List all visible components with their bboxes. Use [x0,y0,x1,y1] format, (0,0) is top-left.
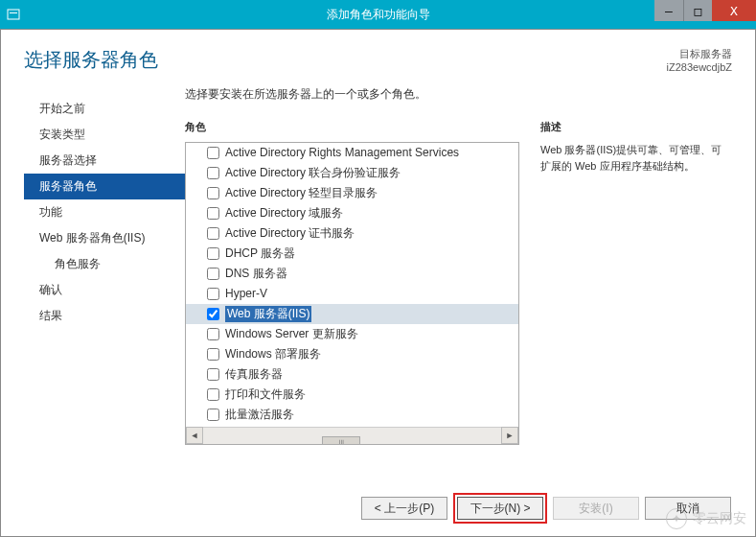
next-button[interactable]: 下一步(N) > [457,497,543,520]
role-label: Active Directory 联合身份验证服务 [225,165,401,181]
window-controls: — □ X [654,0,756,21]
role-checkbox[interactable] [207,247,219,260]
role-checkbox[interactable] [207,409,219,421]
role-checkbox[interactable] [207,348,219,361]
role-row[interactable]: Active Directory 轻型目录服务 [186,183,518,203]
role-label: Windows 部署服务 [225,346,321,362]
window-body: 选择服务器角色 目标服务器 iZ283ewcdjbZ 开始之前安装类型服务器选择… [0,29,756,537]
role-row[interactable]: DNS 服务器 [186,264,518,284]
role-label: 打印和文件服务 [225,386,306,403]
scroll-left-arrow[interactable]: ◄ [186,427,203,444]
role-label: 传真服务器 [225,366,283,383]
content-area: 开始之前安装类型服务器选择服务器角色功能Web 服务器角色(IIS)角色服务确认… [1,84,755,445]
role-label: Hyper-V [225,287,267,300]
nav-item[interactable]: 功能 [24,199,185,225]
roles-column: 角色 Active Directory Rights Management Se… [185,120,519,445]
nav-item[interactable]: 开始之前 [24,96,185,122]
role-row[interactable]: Active Directory 联合身份验证服务 [186,163,518,183]
role-label: Active Directory 域服务 [225,205,343,222]
role-label: DNS 服务器 [225,266,287,282]
role-label: Web 服务器(IIS) [225,306,311,322]
role-row[interactable]: Web 服务器(IIS) [186,304,518,324]
cancel-button[interactable]: 取消 [645,497,731,520]
columns: 角色 Active Directory Rights Management Se… [185,120,732,445]
role-row[interactable]: DHCP 服务器 [186,244,518,264]
role-checkbox[interactable] [207,268,219,280]
target-value: iZ283ewcdjbZ [667,60,732,74]
instruction-text: 选择要安装在所选服务器上的一个或多个角色。 [185,84,732,120]
maximize-button[interactable]: □ [683,0,712,21]
footer-buttons: < 上一步(P) 下一步(N) > 安装(I) 取消 [361,493,731,524]
page-title: 选择服务器角色 [24,47,158,73]
svg-rect-0 [8,10,19,19]
roles-label: 角色 [185,120,519,134]
previous-button[interactable]: < 上一步(P) [361,497,447,520]
role-checkbox[interactable] [207,328,219,340]
nav-item[interactable]: 结果 [24,303,185,329]
role-label: Active Directory Rights Management Servi… [225,146,459,159]
role-label: DHCP 服务器 [225,245,295,262]
role-row[interactable]: 传真服务器 [186,364,518,385]
role-checkbox[interactable] [207,288,219,300]
role-checkbox[interactable] [207,368,219,381]
titlebar[interactable]: 添加角色和功能向导 — □ X [0,0,756,29]
target-label: 目标服务器 [667,47,732,60]
role-checkbox[interactable] [207,388,219,401]
description-label: 描述 [540,120,732,134]
main-panel: 选择要安装在所选服务器上的一个或多个角色。 角色 Active Director… [185,84,732,445]
scroll-right-arrow[interactable]: ► [501,427,518,444]
role-row[interactable]: Active Directory 证书服务 [186,223,518,244]
install-button: 安装(I) [553,497,639,520]
roles-listbox[interactable]: Active Directory Rights Management Servi… [185,142,519,445]
role-row[interactable]: Windows Server 更新服务 [186,324,518,344]
role-checkbox[interactable] [207,147,219,159]
role-label: Active Directory 轻型目录服务 [225,185,378,201]
role-checkbox[interactable] [207,308,219,320]
role-checkbox[interactable] [207,187,219,199]
svg-rect-1 [10,12,17,13]
app-icon [6,7,21,22]
description-column: 描述 Web 服务器(IIS)提供可靠、可管理、可扩展的 Web 应用程序基础结… [540,120,732,445]
role-checkbox[interactable] [207,207,219,220]
horizontal-scrollbar[interactable]: ◄ ► [186,427,518,444]
role-label: Windows Server 更新服务 [225,326,358,342]
role-checkbox[interactable] [207,167,219,179]
next-highlight: 下一步(N) > [453,493,547,524]
role-checkbox[interactable] [207,227,219,240]
close-button[interactable]: X [712,0,756,21]
role-row[interactable]: Active Directory Rights Management Servi… [186,143,518,163]
scroll-thumb[interactable] [322,436,360,445]
description-text: Web 服务器(IIS)提供可靠、可管理、可扩展的 Web 应用程序基础结构。 [540,142,732,175]
role-row[interactable]: Hyper-V [186,284,518,304]
nav-item[interactable]: 服务器角色 [24,174,185,199]
roles-list: Active Directory Rights Management Servi… [186,143,518,427]
nav-item[interactable]: 角色服务 [24,251,185,277]
header-area: 选择服务器角色 目标服务器 iZ283ewcdjbZ [1,30,755,84]
role-row[interactable]: Active Directory 域服务 [186,203,518,223]
role-row[interactable]: 打印和文件服务 [186,385,518,405]
role-row[interactable]: 批量激活服务 [186,405,518,425]
nav-item[interactable]: 服务器选择 [24,148,185,174]
role-label: Active Directory 证书服务 [225,225,355,242]
nav-item[interactable]: 确认 [24,277,185,303]
nav-item[interactable]: Web 服务器角色(IIS) [24,225,185,251]
wizard-nav: 开始之前安装类型服务器选择服务器角色功能Web 服务器角色(IIS)角色服务确认… [24,84,185,445]
target-server: 目标服务器 iZ283ewcdjbZ [667,47,732,75]
role-label: 批量激活服务 [225,407,294,423]
role-row[interactable]: Windows 部署服务 [186,344,518,364]
window-title: 添加角色和功能向导 [327,7,430,23]
nav-item[interactable]: 安装类型 [24,122,185,148]
minimize-button[interactable]: — [654,0,683,21]
